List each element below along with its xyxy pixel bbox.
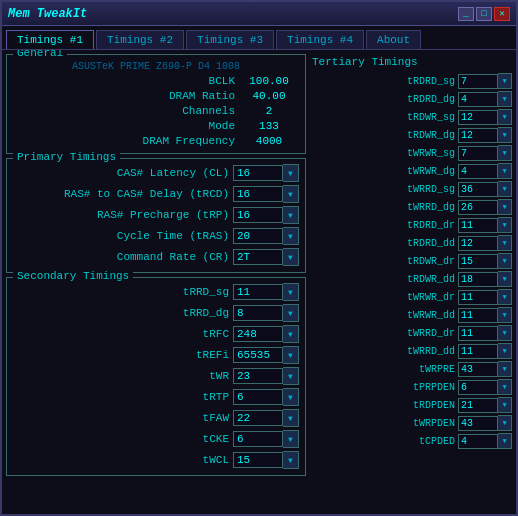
tertiary-dropdown-6[interactable]: ▼ xyxy=(498,181,512,197)
tab-timings4[interactable]: Timings #4 xyxy=(276,30,364,49)
tertiary-input-0[interactable] xyxy=(458,74,498,89)
tertiary-dropdown-9[interactable]: ▼ xyxy=(498,235,512,251)
tertiary-input-group-15: ▼ xyxy=(458,343,512,359)
tertiary-input-19[interactable] xyxy=(458,416,498,431)
tertiary-input-18[interactable] xyxy=(458,398,498,413)
mode-value: 133 xyxy=(239,120,299,132)
restore-button[interactable]: □ xyxy=(476,7,492,21)
tertiary-label-17: tPRPDEN xyxy=(375,382,455,393)
tertiary-input-4[interactable] xyxy=(458,146,498,161)
minimize-button[interactable]: _ xyxy=(458,7,474,21)
tertiary-dropdown-13[interactable]: ▼ xyxy=(498,307,512,323)
cas-input[interactable] xyxy=(233,165,283,181)
tertiary-dropdown-2[interactable]: ▼ xyxy=(498,109,512,125)
secondary-input-3[interactable] xyxy=(233,347,283,363)
tertiary-dropdown-11[interactable]: ▼ xyxy=(498,271,512,287)
tras-dropdown[interactable]: ▼ xyxy=(283,227,299,245)
secondary-input-0[interactable] xyxy=(233,284,283,300)
tertiary-input-10[interactable] xyxy=(458,254,498,269)
tertiary-input-2[interactable] xyxy=(458,110,498,125)
tertiary-dropdown-20[interactable]: ▼ xyxy=(498,433,512,449)
tertiary-dropdown-8[interactable]: ▼ xyxy=(498,217,512,233)
tertiary-dropdown-7[interactable]: ▼ xyxy=(498,199,512,215)
secondary-input-7[interactable] xyxy=(233,431,283,447)
cr-dropdown[interactable]: ▼ xyxy=(283,248,299,266)
tras-input[interactable] xyxy=(233,228,283,244)
tab-timings3[interactable]: Timings #3 xyxy=(186,30,274,49)
tertiary-input-8[interactable] xyxy=(458,218,498,233)
tras-input-group: ▼ xyxy=(233,227,299,245)
tertiary-input-group-16: ▼ xyxy=(458,361,512,377)
cr-input[interactable] xyxy=(233,249,283,265)
tertiary-input-9[interactable] xyxy=(458,236,498,251)
tertiary-input-13[interactable] xyxy=(458,308,498,323)
tertiary-input-1[interactable] xyxy=(458,92,498,107)
secondary-input-group-1: ▼ xyxy=(233,304,299,322)
tertiary-input-6[interactable] xyxy=(458,182,498,197)
tertiary-dropdown-4[interactable]: ▼ xyxy=(498,145,512,161)
tab-about[interactable]: About xyxy=(366,30,421,49)
tertiary-dropdown-0[interactable]: ▼ xyxy=(498,73,512,89)
trp-row: RAS# Precharge (tRP) ▼ xyxy=(13,206,299,224)
tertiary-input-group-8: ▼ xyxy=(458,217,512,233)
secondary-input-6[interactable] xyxy=(233,410,283,426)
secondary-dropdown-4[interactable]: ▼ xyxy=(283,367,299,385)
cas-dropdown[interactable]: ▼ xyxy=(283,164,299,182)
tertiary-input-group-10: ▼ xyxy=(458,253,512,269)
tertiary-row-tWRWR_dr: tWRWR_dr ▼ xyxy=(312,289,512,305)
main-content: General ASUSTeK PRIME Z690-P D4 1008 BCL… xyxy=(2,50,516,514)
tertiary-row-tWRPDEN: tWRPDEN ▼ xyxy=(312,415,512,431)
tab-bar: Timings #1 Timings #2 Timings #3 Timings… xyxy=(2,26,516,50)
tertiary-dropdown-5[interactable]: ▼ xyxy=(498,163,512,179)
tertiary-dropdown-16[interactable]: ▼ xyxy=(498,361,512,377)
cr-input-group: ▼ xyxy=(233,248,299,266)
secondary-input-group-7: ▼ xyxy=(233,430,299,448)
secondary-dropdown-7[interactable]: ▼ xyxy=(283,430,299,448)
secondary-input-5[interactable] xyxy=(233,389,283,405)
secondary-dropdown-0[interactable]: ▼ xyxy=(283,283,299,301)
secondary-dropdown-1[interactable]: ▼ xyxy=(283,304,299,322)
tertiary-input-group-19: ▼ xyxy=(458,415,512,431)
tertiary-input-16[interactable] xyxy=(458,362,498,377)
tertiary-dropdown-10[interactable]: ▼ xyxy=(498,253,512,269)
trp-input[interactable] xyxy=(233,207,283,223)
secondary-dropdown-6[interactable]: ▼ xyxy=(283,409,299,427)
tab-timings1[interactable]: Timings #1 xyxy=(6,30,94,49)
secondary-dropdown-5[interactable]: ▼ xyxy=(283,388,299,406)
secondary-dropdown-2[interactable]: ▼ xyxy=(283,325,299,343)
tertiary-dropdown-19[interactable]: ▼ xyxy=(498,415,512,431)
tertiary-input-15[interactable] xyxy=(458,344,498,359)
tertiary-input-20[interactable] xyxy=(458,434,498,449)
secondary-row-tRFC: tRFC ▼ xyxy=(13,325,299,343)
tertiary-input-5[interactable] xyxy=(458,164,498,179)
tertiary-row-tWRWR_dg: tWRWR_dg ▼ xyxy=(312,163,512,179)
tertiary-dropdown-3[interactable]: ▼ xyxy=(498,127,512,143)
secondary-input-2[interactable] xyxy=(233,326,283,342)
tertiary-input-group-7: ▼ xyxy=(458,199,512,215)
tertiary-input-14[interactable] xyxy=(458,326,498,341)
trp-dropdown[interactable]: ▼ xyxy=(283,206,299,224)
secondary-dropdown-8[interactable]: ▼ xyxy=(283,451,299,469)
trcd-input-group: ▼ xyxy=(233,185,299,203)
tertiary-input-group-5: ▼ xyxy=(458,163,512,179)
tertiary-input-3[interactable] xyxy=(458,128,498,143)
trcd-input[interactable] xyxy=(233,186,283,202)
secondary-input-8[interactable] xyxy=(233,452,283,468)
tertiary-input-group-13: ▼ xyxy=(458,307,512,323)
tertiary-dropdown-1[interactable]: ▼ xyxy=(498,91,512,107)
tab-timings2[interactable]: Timings #2 xyxy=(96,30,184,49)
tertiary-input-7[interactable] xyxy=(458,200,498,215)
trcd-dropdown[interactable]: ▼ xyxy=(283,185,299,203)
secondary-dropdown-3[interactable]: ▼ xyxy=(283,346,299,364)
tertiary-dropdown-18[interactable]: ▼ xyxy=(498,397,512,413)
tertiary-input-17[interactable] xyxy=(458,380,498,395)
tertiary-dropdown-12[interactable]: ▼ xyxy=(498,289,512,305)
tertiary-input-12[interactable] xyxy=(458,290,498,305)
secondary-input-1[interactable] xyxy=(233,305,283,321)
tertiary-dropdown-17[interactable]: ▼ xyxy=(498,379,512,395)
tertiary-dropdown-15[interactable]: ▼ xyxy=(498,343,512,359)
secondary-input-4[interactable] xyxy=(233,368,283,384)
tertiary-input-11[interactable] xyxy=(458,272,498,287)
close-button[interactable]: ✕ xyxy=(494,7,510,21)
tertiary-dropdown-14[interactable]: ▼ xyxy=(498,325,512,341)
